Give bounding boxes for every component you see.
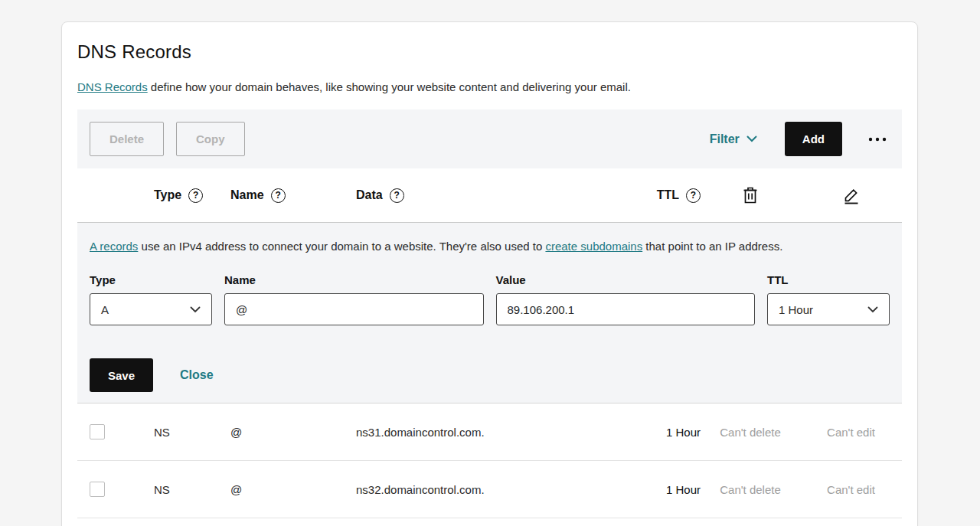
header-delete-column bbox=[701, 186, 800, 204]
ttl-field: TTL 1 Hour bbox=[767, 273, 890, 325]
record-type-info: A records use an IPv4 address to connect… bbox=[90, 240, 890, 253]
table-row: NS @ ns32.domaincontrol.com. 1 Hour Can'… bbox=[77, 461, 902, 518]
row-delete-state: Can't delete bbox=[701, 483, 800, 496]
name-field-label: Name bbox=[224, 273, 484, 286]
record-editor-panel: A records use an IPv4 address to connect… bbox=[77, 222, 902, 403]
value-field-label: Value bbox=[496, 273, 756, 286]
page-title: DNS Records bbox=[77, 22, 902, 63]
ttl-header-label: TTL bbox=[657, 188, 679, 202]
row-edit-state: Can't edit bbox=[800, 483, 902, 496]
page-description-text: define how your domain behaves, like sho… bbox=[148, 80, 631, 93]
create-subdomains-link[interactable]: create subdomains bbox=[545, 240, 642, 253]
ttl-select[interactable]: 1 Hour bbox=[767, 293, 890, 325]
add-button[interactable]: Add bbox=[785, 122, 842, 156]
records-toolbar: Delete Copy Filter Add bbox=[77, 109, 902, 168]
record-form: Type A Name Value TTL 1 Hour bbox=[90, 273, 890, 325]
type-header-label: Type bbox=[154, 188, 181, 202]
table-header-row: Type ? Name ? Data ? TTL ? bbox=[77, 168, 902, 222]
editor-actions: Save Close bbox=[90, 358, 890, 392]
table-row: NS @ ns31.domaincontrol.com. 1 Hour Can'… bbox=[77, 403, 902, 461]
row-checkbox-cell bbox=[77, 424, 154, 439]
filter-label: Filter bbox=[710, 132, 740, 146]
header-edit-column bbox=[800, 186, 902, 204]
value-input[interactable] bbox=[496, 293, 756, 325]
name-header-label: Name bbox=[230, 188, 264, 202]
ttl-select-value: 1 Hour bbox=[779, 303, 813, 316]
save-button[interactable]: Save bbox=[90, 358, 153, 392]
page-description: DNS Records define how your domain behav… bbox=[77, 80, 902, 93]
row-checkbox-cell bbox=[77, 482, 154, 497]
filter-button[interactable]: Filter bbox=[710, 132, 757, 146]
data-header-label: Data bbox=[356, 188, 383, 202]
row-type: NS bbox=[154, 426, 230, 439]
type-help-icon[interactable]: ? bbox=[188, 188, 203, 203]
header-ttl: TTL ? bbox=[629, 188, 701, 203]
info-text-middle: use an IPv4 address to connect your doma… bbox=[138, 240, 545, 253]
name-help-icon[interactable]: ? bbox=[271, 188, 286, 203]
type-select-value: A bbox=[101, 303, 109, 316]
info-text-end: that point to an IP address. bbox=[642, 240, 782, 253]
delete-button[interactable]: Delete bbox=[90, 122, 164, 156]
row-delete-state: Can't delete bbox=[701, 426, 800, 439]
type-field: Type A bbox=[90, 273, 212, 325]
edit-pencil-icon bbox=[842, 186, 861, 204]
dns-records-card: DNS Records DNS Records define how your … bbox=[61, 21, 918, 526]
copy-button[interactable]: Copy bbox=[176, 122, 245, 156]
name-field: Name bbox=[224, 273, 484, 325]
dns-records-help-link[interactable]: DNS Records bbox=[77, 80, 148, 93]
header-name: Name ? bbox=[230, 188, 356, 203]
row-name: @ bbox=[230, 426, 356, 439]
data-help-icon[interactable]: ? bbox=[390, 188, 404, 203]
trash-icon bbox=[742, 186, 759, 204]
name-input[interactable] bbox=[224, 293, 484, 325]
ttl-help-icon[interactable]: ? bbox=[686, 188, 701, 203]
chevron-down-icon bbox=[867, 306, 878, 313]
ttl-field-label: TTL bbox=[767, 273, 890, 286]
row-data: ns32.domaincontrol.com. bbox=[356, 483, 629, 496]
more-options-icon bbox=[868, 137, 887, 142]
row-checkbox[interactable] bbox=[90, 482, 105, 497]
chevron-down-icon bbox=[746, 136, 757, 142]
more-options-button[interactable] bbox=[865, 134, 890, 145]
a-records-link[interactable]: A records bbox=[90, 240, 138, 253]
row-checkbox[interactable] bbox=[90, 424, 105, 439]
row-ttl: 1 Hour bbox=[629, 426, 701, 439]
row-type: NS bbox=[154, 483, 230, 496]
type-field-label: Type bbox=[90, 273, 212, 286]
value-field: Value bbox=[496, 273, 756, 325]
row-edit-state: Can't edit bbox=[800, 426, 902, 439]
type-select[interactable]: A bbox=[90, 293, 212, 325]
header-data: Data ? bbox=[356, 188, 629, 203]
header-type: Type ? bbox=[154, 188, 230, 203]
row-data: ns31.domaincontrol.com. bbox=[356, 426, 629, 439]
chevron-down-icon bbox=[190, 306, 201, 313]
close-button[interactable]: Close bbox=[180, 368, 214, 382]
row-name: @ bbox=[230, 483, 356, 496]
row-ttl: 1 Hour bbox=[629, 483, 701, 496]
